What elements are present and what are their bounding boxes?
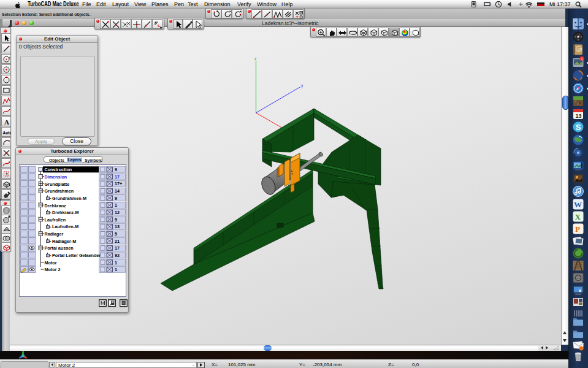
svg-text:Radlager-M: Radlager-M	[52, 239, 76, 244]
svg-text:W: W	[574, 200, 582, 209]
svg-text:y: y	[301, 83, 304, 88]
svg-text:Portal Leiter Gelaender: Portal Leiter Gelaender	[52, 253, 101, 258]
svg-text:17: 17	[115, 245, 120, 251]
svg-text:14: 14	[115, 188, 120, 194]
svg-text:Motor 2: Motor 2	[45, 267, 61, 272]
svg-text:1: 1	[115, 202, 117, 208]
svg-text:5: 5	[115, 231, 117, 237]
svg-text:@: @	[577, 47, 582, 52]
svg-text:Motor: Motor	[45, 260, 57, 266]
svg-text:P: P	[575, 224, 580, 234]
svg-text:9: 9	[115, 167, 117, 172]
svg-text:Radlager: Radlager	[45, 231, 64, 237]
svg-text:Construction: Construction	[45, 167, 72, 172]
svg-text:Grundplatte: Grundplatte	[45, 182, 70, 187]
svg-text:1: 1	[115, 267, 117, 272]
svg-text:Laufrollen: Laufrollen	[45, 217, 66, 223]
svg-text:13: 13	[576, 113, 582, 119]
svg-text:13: 13	[115, 224, 120, 229]
svg-text:92: 92	[115, 253, 120, 258]
svg-text:Grundrahmen: Grundrahmen	[45, 188, 74, 194]
svg-text:Portal aussen: Portal aussen	[45, 245, 74, 251]
svg-text:17+: 17+	[115, 181, 122, 186]
svg-text:Grundrahmen-M: Grundrahmen-M	[52, 196, 86, 201]
svg-text:5: 5	[115, 217, 117, 223]
svg-text:21: 21	[115, 239, 120, 244]
svg-text:Drehkranz: Drehkranz	[45, 203, 67, 209]
svg-text:1: 1	[115, 260, 117, 266]
svg-text:Laufrollen-M: Laufrollen-M	[52, 224, 78, 229]
svg-text:S: S	[576, 123, 581, 132]
svg-text:12: 12	[115, 210, 120, 215]
svg-text:Dimension: Dimension	[45, 174, 67, 180]
svg-text:Auto: Auto	[3, 131, 12, 135]
svg-text:A: A	[4, 118, 9, 126]
svg-text:X: X	[575, 212, 581, 221]
svg-text:1: 1	[581, 57, 583, 61]
svg-text:z: z	[254, 56, 256, 61]
svg-text:17: 17	[115, 174, 120, 180]
svg-text:9: 9	[115, 196, 117, 201]
svg-text:Drehkranz-M: Drehkranz-M	[52, 210, 79, 215]
